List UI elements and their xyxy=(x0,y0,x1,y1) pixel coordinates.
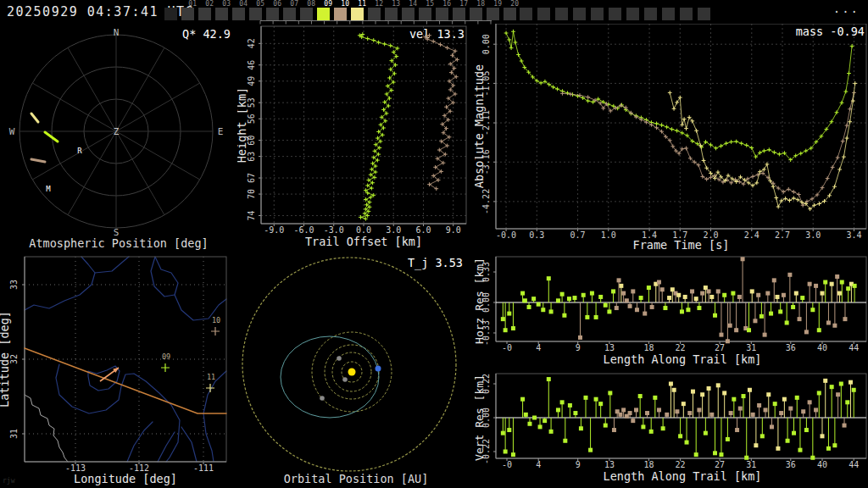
station-label: 08 xyxy=(307,1,315,8)
trail-station-09 xyxy=(45,132,58,141)
svg-text:44: 44 xyxy=(849,460,859,469)
station-label: 18 xyxy=(476,1,485,8)
svg-text:36: 36 xyxy=(786,343,796,352)
svg-text:11: 11 xyxy=(207,373,215,381)
y-axis-label: Horz Res [km] xyxy=(475,258,486,344)
x-axis-label: Trail Offset [km] xyxy=(305,235,422,248)
station-label: 04 xyxy=(239,1,248,8)
x-axis-label: Longitude [deg] xyxy=(74,472,177,485)
station-12[interactable]: 12 xyxy=(368,8,381,20)
grid xyxy=(261,26,466,224)
orbital-position-panel: T_j 3.53Orbital Position [AU] xyxy=(237,252,475,488)
station-02[interactable]: 02 xyxy=(198,8,211,20)
station-label: 02 xyxy=(205,1,214,8)
svg-text:67: 67 xyxy=(247,173,256,183)
station-08[interactable]: 08 xyxy=(300,8,313,20)
station-slot-23[interactable] xyxy=(555,8,568,20)
station-slot-22[interactable] xyxy=(537,8,550,20)
orbits xyxy=(242,258,456,471)
svg-text:22: 22 xyxy=(676,343,686,352)
station-06[interactable]: 06 xyxy=(266,8,279,20)
svg-text:70: 70 xyxy=(247,189,256,199)
series-station-09 xyxy=(504,30,854,162)
station-slot-31[interactable] xyxy=(698,8,710,20)
station-19[interactable]: 19 xyxy=(487,8,499,20)
earth-marker xyxy=(376,366,381,372)
x-axis-label: Length Along Trail [km] xyxy=(604,352,762,366)
watermark: rjw xyxy=(3,477,14,485)
svg-text:9: 9 xyxy=(576,343,581,352)
svg-text:13: 13 xyxy=(604,343,615,352)
svg-text:13: 13 xyxy=(604,460,615,469)
station-15[interactable]: 15 xyxy=(419,8,431,20)
station-03[interactable]: 03 xyxy=(215,8,228,20)
station-slot-30[interactable] xyxy=(680,8,693,20)
y-axis-label: Absolute Magnitude xyxy=(475,64,486,188)
station-17[interactable]: 17 xyxy=(453,8,465,20)
station-01[interactable]: 01 xyxy=(181,8,194,20)
station-10[interactable]: 10 xyxy=(334,8,347,20)
svg-text:40: 40 xyxy=(817,343,827,352)
station-05[interactable]: 05 xyxy=(249,8,262,20)
station-slot-28[interactable] xyxy=(644,8,657,20)
svg-text:-111: -111 xyxy=(193,463,214,473)
direction-arrow xyxy=(100,368,119,381)
residual-points xyxy=(501,377,856,460)
svg-text:-9.0: -9.0 xyxy=(264,225,284,235)
svg-text:0.3: 0.3 xyxy=(529,230,544,240)
svg-text:18: 18 xyxy=(643,460,654,469)
y-axis-label: Vert Res [km] xyxy=(475,374,486,461)
station-label: 14 xyxy=(409,1,417,8)
station-slot-29[interactable] xyxy=(662,8,675,20)
panel-title: vel 13.3 xyxy=(409,27,465,41)
svg-text:M: M xyxy=(46,185,51,193)
map-station-09: 09 xyxy=(161,352,170,372)
station-18[interactable]: 18 xyxy=(470,8,482,20)
x-axis-label: Length Along Trail [km] xyxy=(604,469,762,483)
station-slot-0[interactable] xyxy=(164,8,177,20)
station-slot-24[interactable] xyxy=(573,8,586,20)
station-09[interactable]: 09 xyxy=(317,8,330,20)
svg-text:4: 4 xyxy=(536,460,541,469)
station-label: 20 xyxy=(510,1,519,8)
svg-text:3.4: 3.4 xyxy=(846,230,861,240)
station-label: 13 xyxy=(392,1,400,8)
svg-text:22: 22 xyxy=(676,460,686,469)
station-14[interactable]: 14 xyxy=(402,8,415,20)
station-label: 07 xyxy=(290,1,298,8)
q-star-value: Q* 42.9 xyxy=(182,27,231,41)
station-16[interactable]: 16 xyxy=(436,8,448,20)
y-axis-label: Height [km] xyxy=(237,87,248,163)
svg-text:E: E xyxy=(218,126,224,137)
overflow-menu-icon[interactable]: ... xyxy=(833,2,860,15)
station-slot-27[interactable] xyxy=(626,8,639,20)
svg-text:33: 33 xyxy=(9,280,19,290)
svg-text:3.0: 3.0 xyxy=(386,225,401,235)
station-slot-25[interactable] xyxy=(591,8,604,20)
svg-text:-0.0: -0.0 xyxy=(496,230,516,240)
station-label: 15 xyxy=(426,1,434,8)
station-slot-21[interactable] xyxy=(520,8,532,20)
planet-marker xyxy=(337,356,342,361)
svg-text:36: 36 xyxy=(786,460,796,469)
station-13[interactable]: 13 xyxy=(385,8,398,20)
station-label: 11 xyxy=(358,1,366,8)
svg-text:R: R xyxy=(77,147,82,155)
series-station-10 xyxy=(560,91,856,208)
svg-text:-3.0: -3.0 xyxy=(324,225,344,235)
ground-track-map-panel: -113-112-111333231Longitude [deg]Latitud… xyxy=(0,252,237,488)
residual-points xyxy=(501,257,857,343)
svg-text:18: 18 xyxy=(643,343,654,352)
station-slot-26[interactable] xyxy=(609,8,621,20)
svg-text:42: 42 xyxy=(247,38,256,48)
svg-text:Z: Z xyxy=(114,126,120,137)
svg-text:74: 74 xyxy=(247,210,256,220)
sun-marker xyxy=(348,369,356,376)
series-station-10 xyxy=(423,33,459,191)
station-20[interactable]: 20 xyxy=(504,8,516,20)
station-11[interactable]: 11 xyxy=(351,8,364,20)
svg-text:9: 9 xyxy=(576,460,581,469)
station-04[interactable]: 04 xyxy=(232,8,245,20)
station-07[interactable]: 07 xyxy=(283,8,296,20)
svg-text:2.7: 2.7 xyxy=(775,230,790,240)
